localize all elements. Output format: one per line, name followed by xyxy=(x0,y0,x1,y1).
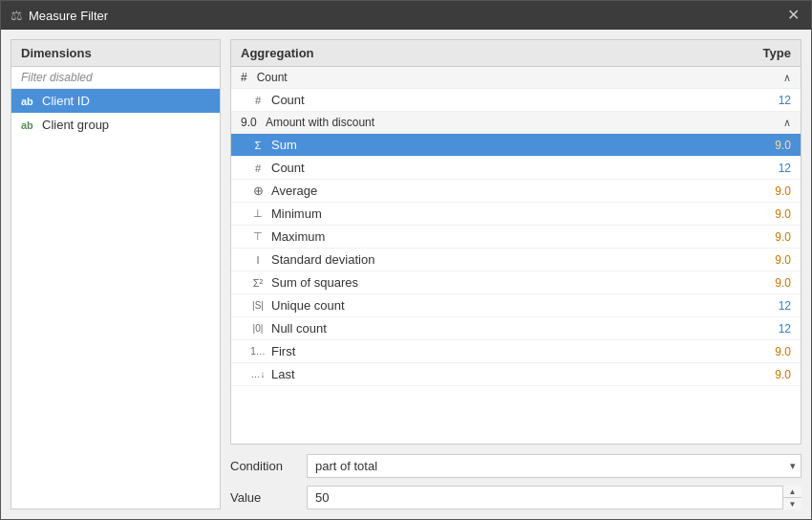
stddev-label: Standard deviation xyxy=(271,252,374,267)
first-icon: 1… xyxy=(250,346,266,357)
agg-row-count2[interactable]: # Count 12 xyxy=(231,157,801,180)
agg-row-maximum[interactable]: ⊤ Maximum 9.0 xyxy=(231,226,801,249)
first-label: First xyxy=(271,344,295,358)
agg-row-count2-left: # Count xyxy=(250,161,305,175)
value-input-wrapper: ▲ ▼ xyxy=(307,486,801,509)
minimum-icon: ⊥ xyxy=(250,207,266,220)
last-value: 9.0 xyxy=(775,368,791,381)
spinner-up-button[interactable]: ▲ xyxy=(783,486,801,498)
null-label: Null count xyxy=(271,321,327,336)
type-badge-ab: ab xyxy=(21,96,36,107)
section-count-chevron: ∧ xyxy=(783,72,791,84)
agg-row-null-left: |0| Null count xyxy=(250,321,327,336)
minimum-value: 9.0 xyxy=(775,207,791,221)
average-icon: ⊕ xyxy=(250,184,266,198)
average-label: Average xyxy=(271,184,317,198)
value-label: Value xyxy=(230,490,297,505)
section-count-label: # Count xyxy=(241,71,288,84)
agg-row-minimum-left: ⊥ Minimum xyxy=(250,206,322,221)
count-icon: # xyxy=(250,95,266,106)
unique-label: Unique count xyxy=(271,298,345,313)
agg-row-unique-left: |S| Unique count xyxy=(250,298,345,313)
agg-row-average-left: ⊕ Average xyxy=(250,184,317,198)
dimension-item-client-group[interactable]: ab Client group xyxy=(11,113,220,137)
filter-icon: ⚖ xyxy=(11,8,23,23)
agg-row-minimum[interactable]: ⊥ Minimum 9.0 xyxy=(231,203,801,226)
count-value: 12 xyxy=(779,94,791,107)
section-amount-label: 9.0 Amount with discount xyxy=(241,116,374,129)
count2-value: 12 xyxy=(779,162,791,175)
sumsq-value: 9.0 xyxy=(775,276,791,290)
average-value: 9.0 xyxy=(775,184,791,198)
close-button[interactable]: ✕ xyxy=(785,8,801,23)
sum-icon: Σ xyxy=(250,140,266,151)
value-row: Value ▲ ▼ xyxy=(230,486,801,509)
dimensions-header: Dimensions xyxy=(11,40,220,67)
agg-row-count-top[interactable]: # Count 12 xyxy=(231,89,801,112)
agg-row-average[interactable]: ⊕ Average 9.0 xyxy=(231,180,801,203)
dimension-item-client-id[interactable]: ab Client ID xyxy=(11,89,220,113)
last-label: Last xyxy=(271,367,295,381)
condition-select-wrapper: part of total greater than less than equ… xyxy=(307,454,801,478)
agg-row-unique[interactable]: |S| Unique count 12 xyxy=(231,294,801,317)
spinner-down-button[interactable]: ▼ xyxy=(783,498,801,509)
null-value: 12 xyxy=(779,322,791,336)
condition-row: Condition part of total greater than les… xyxy=(230,454,801,478)
agg-row-first[interactable]: 1… First 9.0 xyxy=(231,340,801,363)
measure-filter-dialog: ⚖ Measure Filter ✕ Dimensions Filter dis… xyxy=(0,0,812,520)
count2-label: Count xyxy=(271,161,305,175)
unique-value: 12 xyxy=(779,299,791,313)
agg-row-stddev-left: I Standard deviation xyxy=(250,252,374,267)
sum-label: Sum xyxy=(271,138,297,152)
aggregation-table: Aggregation Type # Count ∧ # Count 12 xyxy=(230,39,801,444)
sumsq-label: Sum of squares xyxy=(271,275,358,290)
section-amount-chevron: ∧ xyxy=(783,117,791,129)
type-header-label: Type xyxy=(763,46,791,60)
title-bar: ⚖ Measure Filter ✕ xyxy=(1,1,811,30)
aggregation-header-label: Aggregation xyxy=(241,46,314,60)
section-count[interactable]: # Count ∧ xyxy=(231,67,801,89)
agg-row-sum[interactable]: Σ Sum 9.0 xyxy=(231,134,801,157)
agg-row-null[interactable]: |0| Null count 12 xyxy=(231,317,801,340)
dialog-title: Measure Filter xyxy=(29,9,108,23)
maximum-icon: ⊤ xyxy=(250,230,266,243)
count2-icon: # xyxy=(250,162,266,174)
agg-row-first-left: 1… First xyxy=(250,344,295,358)
stddev-value: 9.0 xyxy=(775,253,791,267)
agg-row-maximum-left: ⊤ Maximum xyxy=(250,229,325,244)
maximum-value: 9.0 xyxy=(775,230,791,244)
value-spinner: ▲ ▼ xyxy=(782,486,801,509)
title-bar-left: ⚖ Measure Filter xyxy=(11,8,108,23)
condition-select[interactable]: part of total greater than less than equ… xyxy=(307,454,801,478)
agg-row-sumsq[interactable]: Σ² Sum of squares 9.0 xyxy=(231,271,801,294)
last-icon: …↓ xyxy=(250,369,266,379)
null-icon: |0| xyxy=(250,323,266,334)
count-label: Count xyxy=(271,93,305,107)
agg-row-count-top-left: # Count xyxy=(250,93,305,107)
condition-label: Condition xyxy=(230,459,297,473)
agg-row-last[interactable]: …↓ Last 9.0 xyxy=(231,363,801,386)
value-input[interactable] xyxy=(307,486,801,509)
maximum-label: Maximum xyxy=(271,229,325,244)
condition-area: Condition part of total greater than les… xyxy=(230,454,801,509)
sumsq-icon: Σ² xyxy=(250,277,266,289)
dimensions-panel: Dimensions Filter disabled ab Client ID … xyxy=(11,39,221,509)
sum-value: 9.0 xyxy=(775,139,791,152)
agg-row-last-left: …↓ Last xyxy=(250,367,295,381)
type-badge-ab2: ab xyxy=(21,119,36,131)
agg-row-stddev[interactable]: I Standard deviation 9.0 xyxy=(231,249,801,271)
agg-row-sum-left: Σ Sum xyxy=(250,138,297,152)
section-amount[interactable]: 9.0 Amount with discount ∧ xyxy=(231,112,801,134)
first-value: 9.0 xyxy=(775,345,791,358)
agg-row-sumsq-left: Σ² Sum of squares xyxy=(250,275,358,290)
stddev-icon: I xyxy=(250,254,266,266)
dimension-label-client-id: Client ID xyxy=(42,94,90,108)
right-panel: Aggregation Type # Count ∧ # Count 12 xyxy=(230,39,801,509)
unique-icon: |S| xyxy=(250,300,266,311)
filter-disabled-label: Filter disabled xyxy=(11,67,220,89)
minimum-label: Minimum xyxy=(271,206,322,221)
dimension-label-client-group: Client group xyxy=(42,118,109,132)
aggregation-header: Aggregation Type xyxy=(231,40,801,67)
content-area: Dimensions Filter disabled ab Client ID … xyxy=(1,30,811,519)
